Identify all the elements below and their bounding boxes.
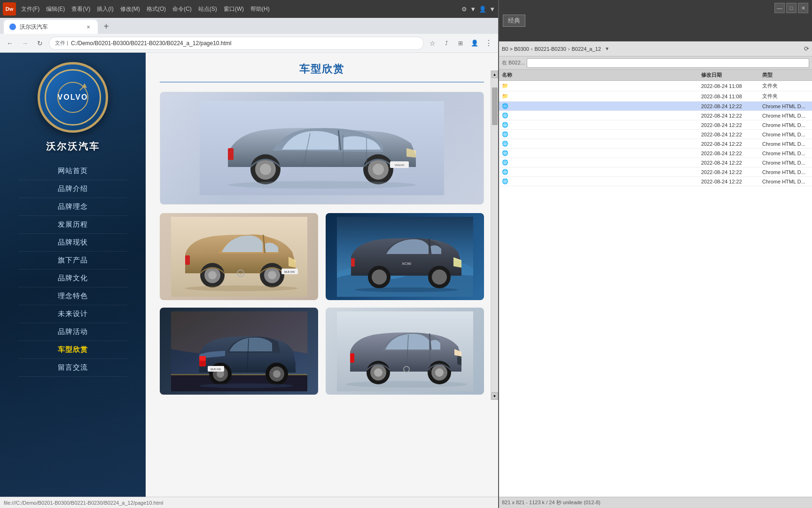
file-row-html9[interactable]: 🌐 2022-08-24 12:22 Chrome HTML D...	[499, 177, 812, 186]
dw-toolbar-icon2[interactable]: ▼	[470, 6, 476, 13]
browser-scrollbar[interactable]: ▲ ▼	[491, 71, 498, 400]
file-row-folder2[interactable]: 📁 2022-08-24 11:08 文件夹	[499, 91, 812, 102]
file-row-html2[interactable]: 🌐 2022-08-24 12:22 Chrome HTML D...	[499, 111, 812, 120]
dw-toolbar-icon4[interactable]: ▼	[489, 6, 495, 13]
svg-rect-41	[351, 258, 355, 267]
svg-point-11	[373, 164, 384, 175]
page-title: 车型欣赏	[160, 62, 484, 76]
col-date: 修改日期	[701, 71, 762, 79]
file-name-html9: 🌐	[502, 178, 701, 184]
html-icon-4: 🌐	[502, 131, 508, 137]
reload-button[interactable]: ↻	[34, 37, 46, 49]
dw-toolbar-icon1[interactable]: ⚙	[461, 6, 467, 13]
file-date-html6: 2022-08-24 12:22	[701, 151, 762, 156]
file-type-html5: Chrome HTML D...	[762, 141, 809, 147]
file-row-html1[interactable]: 🌐 2022-08-24 12:22 Chrome HTML D...	[499, 102, 812, 111]
nav-item-future[interactable]: 未来设计	[18, 305, 128, 323]
panel-search-input[interactable]	[527, 58, 809, 68]
file-type-html7: Chrome HTML D...	[762, 160, 809, 166]
address-bar[interactable]: 文件 | C:/Demo/B0201-B0300/B0221-B0230/B02…	[49, 37, 424, 50]
nav-item-events[interactable]: 品牌活动	[18, 323, 128, 341]
volvo-logo: VOLVO	[38, 62, 108, 133]
nav-item-brand-intro[interactable]: 品牌介绍	[18, 180, 128, 198]
bookmark-icon[interactable]: ☆	[427, 38, 438, 49]
menu-file[interactable]: 文件(F)	[18, 3, 43, 15]
address-prefix: 文件 |	[55, 40, 68, 47]
svg-point-68	[435, 368, 444, 377]
browser-tab[interactable]: 沃尔沃汽车 ✕	[4, 20, 98, 34]
scroll-up-btn[interactable]: ▲	[492, 71, 498, 78]
file-type-html9: Chrome HTML D...	[762, 179, 809, 184]
profile-icon[interactable]: 👤	[469, 38, 480, 49]
file-row-html4[interactable]: 🌐 2022-08-24 12:22 Chrome HTML D...	[499, 130, 812, 139]
more-icon[interactable]: ⋮	[483, 38, 494, 49]
nav-item-message[interactable]: 留言交流	[18, 359, 128, 377]
menu-format[interactable]: 格式(O)	[143, 3, 169, 15]
file-name-html1: 🌐	[502, 103, 701, 109]
scroll-track	[492, 78, 498, 392]
file-name-folder1: 📁	[502, 83, 701, 89]
menu-command[interactable]: 命令(C)	[169, 3, 195, 15]
svg-rect-27	[185, 255, 190, 265]
file-date-html9: 2022-08-24 12:22	[701, 179, 762, 184]
menu-insert[interactable]: 插入(I)	[94, 3, 117, 15]
svg-point-8	[260, 164, 271, 175]
scroll-down-btn[interactable]: ▼	[492, 392, 498, 400]
file-type-folder1: 文件夹	[762, 82, 809, 89]
html-icon-9: 🌐	[502, 178, 508, 184]
car-image-3: MLB 040	[160, 308, 318, 395]
svg-point-65	[374, 368, 383, 377]
file-name-html7: 🌐	[502, 159, 701, 166]
file-row-folder1[interactable]: 📁 2022-08-24 11:08 文件夹	[499, 81, 812, 91]
folder-icon-1: 📁	[502, 83, 508, 89]
file-row-html6[interactable]: 🌐 2022-08-24 12:22 Chrome HTML D...	[499, 149, 812, 158]
file-name-html4: 🌐	[502, 131, 701, 137]
file-row-html7[interactable]: 🌐 2022-08-24 12:22 Chrome HTML D...	[499, 158, 812, 167]
status-bar: file:///C:/Demo/B0201-B0300/B0221-B0230/…	[0, 497, 498, 508]
nav-item-products[interactable]: 旗下产品	[18, 252, 128, 270]
svg-rect-12	[228, 148, 234, 160]
file-date-html4: 2022-08-24 12:22	[701, 132, 762, 137]
scroll-thumb[interactable]	[492, 87, 498, 125]
nav-item-brand-idea[interactable]: 品牌理念	[18, 198, 128, 216]
panel-restore[interactable]: □	[786, 3, 796, 13]
nav-item-status[interactable]: 品牌现状	[18, 234, 128, 252]
svg-point-38	[372, 270, 387, 285]
panel-refresh-btn[interactable]: ⟳	[804, 45, 809, 52]
file-row-html8[interactable]: 🌐 2022-08-24 12:22 Chrome HTML D...	[499, 167, 812, 177]
file-type-html6: Chrome HTML D...	[762, 151, 809, 156]
file-type-folder2: 文件夹	[762, 93, 809, 100]
tab-close-icon[interactable]: ✕	[85, 23, 92, 31]
file-row-html5[interactable]: 🌐 2022-08-24 12:22 Chrome HTML D...	[499, 139, 812, 149]
car2-svg: XC90	[337, 217, 473, 297]
nav-item-culture[interactable]: 品牌文化	[18, 270, 128, 287]
new-tab-button[interactable]: +	[100, 20, 113, 33]
panel-close[interactable]: ✕	[798, 3, 808, 13]
menu-site[interactable]: 站点(S)	[195, 3, 220, 15]
dw-toolbar-icon3[interactable]: 👤	[479, 6, 486, 13]
car3-svg: MLB 040	[171, 311, 307, 391]
title-divider	[160, 82, 484, 82]
nav-item-concept[interactable]: 理念特色	[18, 287, 128, 305]
nav-item-home[interactable]: 网站首页	[18, 162, 128, 180]
file-list: 📁 2022-08-24 11:08 文件夹 📁 2022-08-24 11:0…	[499, 81, 812, 497]
share-icon[interactable]: ⤴	[441, 38, 452, 49]
file-row-html3[interactable]: 🌐 2022-08-24 12:22 Chrome HTML D...	[499, 120, 812, 130]
tab-bar: 沃尔沃汽车 ✕ +	[0, 18, 498, 34]
forward-button[interactable]: →	[19, 37, 31, 49]
address-bar-container: ← → ↻ 文件 | C:/Demo/B0201-B0300/B0221-B02…	[0, 34, 498, 53]
tab-strip-icon[interactable]: ⊞	[455, 38, 466, 49]
menu-help[interactable]: 帮助(H)	[247, 3, 273, 15]
volvo-logo-svg: VOLVO	[54, 79, 92, 116]
menu-edit[interactable]: 编辑(E)	[43, 3, 68, 15]
path-dropdown-btn[interactable]: ▼	[603, 45, 611, 53]
panel-minimize[interactable]: —	[774, 3, 785, 13]
panel-path-bar: B0 > B0300 › B0221-B0230 › B0224_a_12 ▼ …	[499, 41, 812, 56]
menu-window[interactable]: 窗口(W)	[220, 3, 247, 15]
car-image-2: XC90	[326, 213, 484, 300]
menu-view[interactable]: 查看(V)	[68, 3, 94, 15]
nav-item-gallery[interactable]: 车型欣赏	[18, 341, 128, 359]
menu-modify[interactable]: 修改(M)	[117, 3, 143, 15]
nav-item-history[interactable]: 发展历程	[18, 216, 128, 234]
back-button[interactable]: ←	[4, 37, 16, 49]
